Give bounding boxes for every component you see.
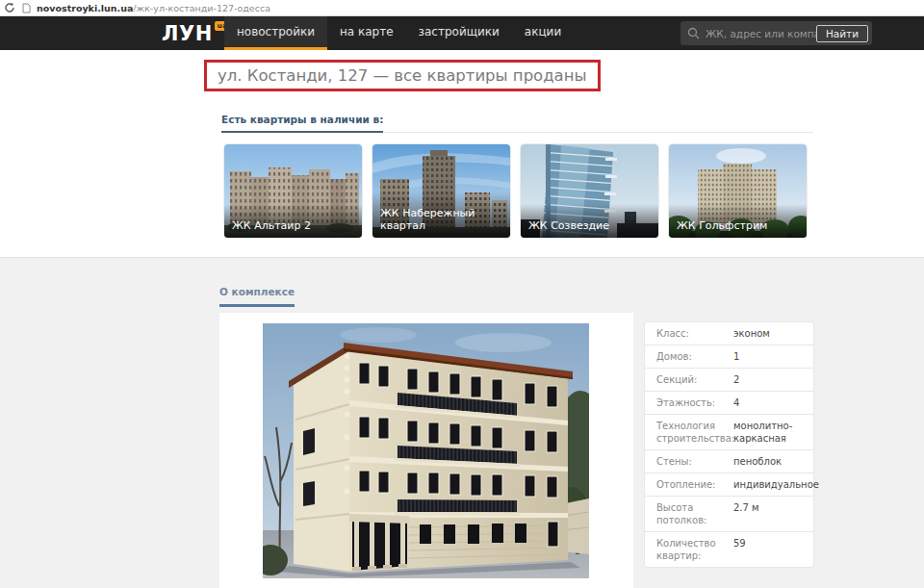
- complex-details-card: Класс: эконом Домов: 1 Секций: 2 Этажнос…: [645, 322, 813, 567]
- complex-card-sozvezdie[interactable]: ЖК Созвездие: [521, 144, 658, 238]
- logo-text: ЛУН: [162, 22, 213, 45]
- logo[interactable]: ЛУН ua: [162, 16, 230, 50]
- complex-card-label: ЖК Созвездие: [521, 204, 658, 238]
- nav-item-novostroyki[interactable]: новостройки: [224, 16, 327, 50]
- detail-row-floors: Этажность: 4: [645, 392, 813, 415]
- page-title: ул. Костанди, 127 — все квартиры проданы: [218, 66, 587, 85]
- search-input[interactable]: [706, 28, 816, 39]
- detail-row-class: Класс: эконом: [645, 322, 813, 345]
- section-about: О комплексе: [0, 258, 924, 588]
- main-menu: новостройки на карте застройщики акции: [224, 16, 574, 50]
- complex-card-label: ЖК Набережный квартал: [372, 192, 510, 238]
- search-box: Найти: [680, 21, 872, 45]
- url-text[interactable]: novostroyki.lun.ua/жк-ул-костанди-127-од…: [37, 3, 270, 13]
- complex-card-label: ЖК Гольфстрим: [669, 204, 807, 238]
- red-annotation-box: ул. Костанди, 127 — все квартиры проданы: [204, 60, 601, 91]
- tab-about-complex[interactable]: О комплексе: [219, 286, 295, 307]
- detail-row-apartments-count: Количество квартир: 59: [645, 532, 813, 567]
- search-button[interactable]: Найти: [816, 25, 868, 42]
- top-navbar: ЛУН ua новостройки на карте застройщики …: [0, 16, 924, 50]
- search-icon: [687, 27, 700, 39]
- complex-card-altair[interactable]: ЖК Альтаир 2: [224, 144, 362, 238]
- detail-row-walls: Стены: пеноблок: [645, 450, 813, 473]
- detail-row-sections: Секций: 2: [645, 369, 813, 392]
- complex-card-label: ЖК Альтаир 2: [224, 204, 362, 238]
- complex-cards: ЖК Альтаир 2: [224, 144, 807, 238]
- nav-item-na-karte[interactable]: на карте: [327, 16, 406, 50]
- nav-item-akcii[interactable]: акции: [512, 16, 574, 50]
- section-available: ул. Костанди, 127 — все квартиры проданы…: [0, 50, 924, 258]
- screen: novostroyki.lun.ua/жк-ул-костанди-127-од…: [0, 0, 924, 588]
- detail-row-houses: Домов: 1: [645, 345, 813, 369]
- complex-card-golfstrim[interactable]: ЖК Гольфстрим: [669, 144, 807, 238]
- available-heading: Есть квартиры в наличии в:: [221, 114, 383, 133]
- complex-card-naberezhny[interactable]: ЖК Набережный квартал: [372, 144, 510, 238]
- building-render-panel: [219, 313, 633, 588]
- detail-row-ceiling-height: Высота потолков: 2.7 м: [645, 497, 813, 532]
- building-render-image: [263, 323, 589, 578]
- url-domain: novostroyki.lun.ua: [37, 3, 133, 13]
- browser-bar: novostroyki.lun.ua/жк-ул-костанди-127-од…: [0, 0, 924, 16]
- url-path: /жк-ул-костанди-127-одесса: [133, 3, 270, 13]
- detail-row-technology: Технология строительства: монолитно-карк…: [645, 415, 813, 450]
- nav-item-zastroyshchiki[interactable]: застройщики: [406, 16, 512, 50]
- detail-row-heating: Отопление: индивидуальное: [645, 473, 813, 497]
- reload-icon[interactable]: [4, 2, 15, 13]
- page-icon: [22, 3, 31, 13]
